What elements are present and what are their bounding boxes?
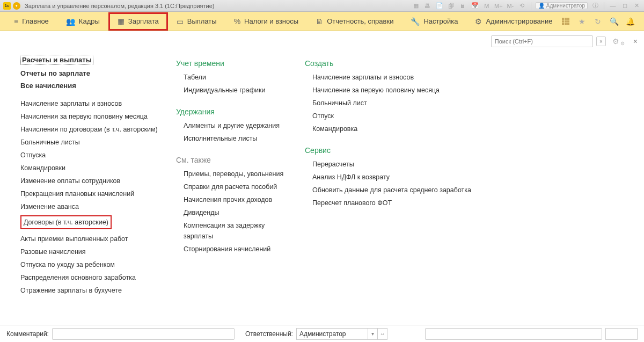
sec-sm-takzhe: См. также xyxy=(176,156,294,164)
mid-link[interactable]: Начисления прочих доходов xyxy=(184,194,294,205)
wrench-icon: 🔧 xyxy=(411,17,420,26)
app-logo-icon: 1c xyxy=(3,2,11,10)
content-panel: × ⚙⚙ × Расчеты и выплаты Отчеты по зарпл… xyxy=(0,31,644,318)
right-link[interactable]: Анализ НДФЛ к возврату xyxy=(312,172,471,183)
left-link[interactable]: Распределения основного заработка xyxy=(20,272,165,283)
mid-link[interactable]: Табели xyxy=(184,72,294,83)
left-link-dogovory[interactable]: Договоры (в т.ч. авторские) xyxy=(20,215,112,229)
mid-link[interactable]: Алименты и другие удержания xyxy=(184,120,294,131)
left-link[interactable]: Изменение аванса xyxy=(20,201,165,212)
panel-search-input[interactable] xyxy=(491,35,593,47)
mid-link[interactable]: Компенсация за задержку зарплаты xyxy=(184,220,294,242)
search-clear-button[interactable]: × xyxy=(596,37,606,46)
toolbar-grid-icon[interactable]: ▦ xyxy=(412,2,420,10)
panel-close-icon[interactable]: × xyxy=(633,37,638,46)
maximize-icon[interactable]: ◻ xyxy=(620,2,629,10)
select-open-icon[interactable]: ↔ xyxy=(377,329,387,339)
people-icon: 👥 xyxy=(66,17,75,26)
gear-sub-icon: ⚙ xyxy=(620,41,625,46)
footer-field-right[interactable] xyxy=(425,328,602,340)
memory-m-icon[interactable]: M xyxy=(482,2,491,10)
print-icon[interactable]: 🖶 xyxy=(423,2,432,10)
sec-uchet-vremeni: Учет времени xyxy=(176,59,294,68)
left-top-otchety[interactable]: Отчеты по зарплате xyxy=(20,69,165,77)
doc-icon[interactable]: 📄 xyxy=(435,2,444,10)
select-dropdown-icon[interactable]: ▾ xyxy=(368,329,377,339)
calc-icon[interactable]: 🖩 xyxy=(459,2,467,10)
sec-uderzhaniya: Удержания xyxy=(176,107,294,116)
nav-zarplata[interactable]: ▦Зарплата xyxy=(108,12,168,31)
mid-link[interactable]: Индивидуальные графики xyxy=(184,85,294,96)
panel-gear-icon[interactable]: ⚙ xyxy=(612,37,619,46)
right-link[interactable]: Пересчет планового ФОТ xyxy=(312,198,471,208)
left-link[interactable]: Командировки xyxy=(20,163,165,173)
right-link[interactable]: Перерасчеты xyxy=(312,159,471,170)
search-icon[interactable]: 🔍 xyxy=(610,17,618,26)
history-icon[interactable]: ↻ xyxy=(594,17,602,26)
table-icon: ▦ xyxy=(118,17,125,26)
column-mid: Учет времени Табели Индивидуальные графи… xyxy=(176,55,294,309)
right-link[interactable]: Начисление за первую половину месяца xyxy=(312,85,471,96)
nav-admin[interactable]: ⚙Администрирование xyxy=(466,13,561,30)
right-link[interactable]: Командировка xyxy=(312,123,471,134)
main-nav: ≡Главное 👥Кадры ▦Зарплата ▭Выплаты %Нало… xyxy=(0,12,644,31)
left-link[interactable]: Больничные листы xyxy=(20,137,165,148)
apps-grid-icon[interactable] xyxy=(561,17,570,26)
left-top-vse[interactable]: Все начисления xyxy=(20,82,165,90)
left-link[interactable]: Отпуска по уходу за ребенком xyxy=(20,259,165,270)
footer-bar: Комментарий: Ответственный: Администрато… xyxy=(0,325,644,342)
left-link[interactable]: Отражение зарплаты в бухучете xyxy=(20,285,165,296)
bell-icon[interactable]: 🔔 xyxy=(626,17,634,26)
report-icon: 🗎 xyxy=(316,17,323,26)
window-title: Зарплата и управление персоналом, редакц… xyxy=(25,3,214,9)
mid-link[interactable]: Справки для расчета пособий xyxy=(184,181,294,192)
sec-servis: Сервис xyxy=(305,146,471,155)
responsible-select[interactable]: Администратор ▾ ↔ xyxy=(296,328,387,340)
calendar-icon[interactable]: 📅 xyxy=(471,2,479,10)
memory-mminus-icon[interactable]: M- xyxy=(506,2,515,10)
footer-small-field[interactable] xyxy=(605,328,638,340)
info-icon[interactable]: ⓘ xyxy=(591,2,599,10)
mid-link[interactable]: Дивиденды xyxy=(184,207,294,218)
sec-sozdat: Создать xyxy=(305,59,471,68)
nav-otchet[interactable]: 🗎Отчетность, справки xyxy=(307,13,402,30)
left-link[interactable]: Начисления по договорам (в т.ч. авторски… xyxy=(20,124,165,135)
nav-settings[interactable]: 🔧Настройка xyxy=(402,13,466,30)
left-top-raschety[interactable]: Расчеты и выплаты xyxy=(20,55,93,65)
column-right: Создать Начисление зарплаты и взносов На… xyxy=(305,55,471,309)
minimize-icon[interactable]: — xyxy=(609,2,617,10)
star-icon[interactable]: ★ xyxy=(577,17,586,26)
user-badge[interactable]: 👤Администратор xyxy=(536,2,588,9)
left-link[interactable]: Начисления за первую половину месяца xyxy=(20,111,165,122)
nav-nalogi[interactable]: %Налоги и взносы xyxy=(225,13,308,30)
mid-link[interactable]: Сторнирования начислений xyxy=(184,244,294,254)
back-icon[interactable]: ⟲ xyxy=(518,2,526,10)
left-link[interactable]: Разовые начисления xyxy=(20,246,165,257)
close-icon[interactable]: ✕ xyxy=(632,2,641,10)
right-link[interactable]: Начисление зарплаты и взносов xyxy=(312,72,471,83)
nav-main[interactable]: ≡Главное xyxy=(5,13,57,30)
wallet-icon: ▭ xyxy=(177,17,184,26)
user-icon: 👤 xyxy=(538,3,545,9)
memory-mplus-icon[interactable]: M+ xyxy=(494,2,503,10)
left-link[interactable]: Отпуска xyxy=(20,150,165,161)
left-link[interactable]: Акты приемки выполненных работ xyxy=(20,234,165,244)
comment-field[interactable] xyxy=(52,328,235,340)
left-link[interactable]: Прекращения плановых начислений xyxy=(20,188,165,199)
nav-vyplaty[interactable]: ▭Выплаты xyxy=(168,13,225,30)
nav-kadry[interactable]: 👥Кадры xyxy=(57,13,108,30)
responautom-  : Ответственный: xyxy=(245,330,293,338)
right-link[interactable]: Больничный лист xyxy=(312,98,471,108)
titlebar: 1c ▾ Зарплата и управление персоналом, р… xyxy=(0,0,644,12)
mid-link[interactable]: Приемы, переводы, увольнения xyxy=(184,169,294,179)
left-link[interactable]: Начисление зарплаты и взносов xyxy=(20,98,165,109)
menu-icon: ≡ xyxy=(14,17,18,26)
compare-icon[interactable]: 🗐 xyxy=(447,2,456,10)
column-left: Расчеты и выплаты Отчеты по зарплате Все… xyxy=(20,55,165,309)
left-link[interactable]: Изменение оплаты сотрудников xyxy=(20,176,165,186)
mid-link[interactable]: Исполнительные листы xyxy=(184,133,294,144)
right-link[interactable]: Обновить данные для расчета среднего зар… xyxy=(312,185,471,195)
right-link[interactable]: Отпуск xyxy=(312,111,471,121)
dropdown-icon[interactable]: ▾ xyxy=(13,2,20,10)
gear-icon: ⚙ xyxy=(475,17,482,26)
